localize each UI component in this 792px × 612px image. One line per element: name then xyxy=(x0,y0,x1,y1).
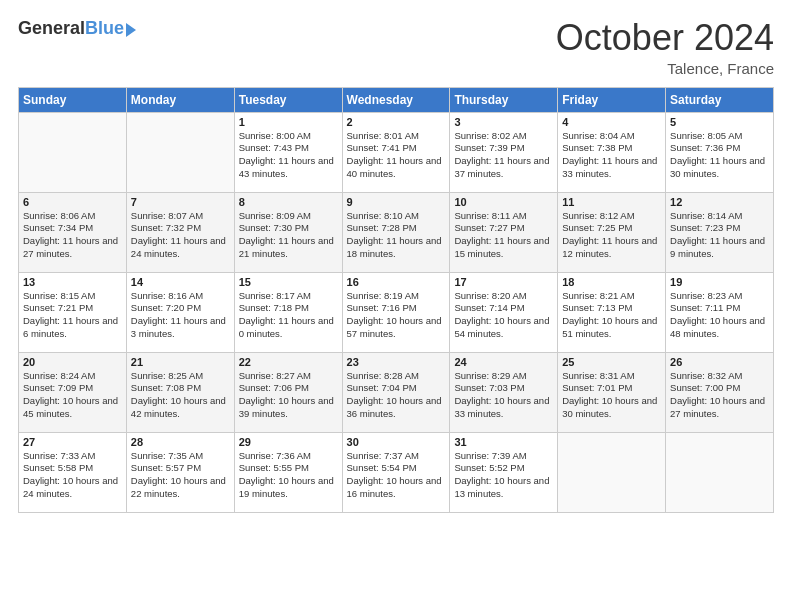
calendar-cell: 5Sunrise: 8:05 AM Sunset: 7:36 PM Daylig… xyxy=(666,112,774,192)
calendar-cell: 30Sunrise: 7:37 AM Sunset: 5:54 PM Dayli… xyxy=(342,432,450,512)
day-info: Sunrise: 8:09 AM Sunset: 7:30 PM Dayligh… xyxy=(239,210,338,261)
day-number: 8 xyxy=(239,196,338,208)
day-info: Sunrise: 8:06 AM Sunset: 7:34 PM Dayligh… xyxy=(23,210,122,261)
day-number: 14 xyxy=(131,276,230,288)
weekday-header-wednesday: Wednesday xyxy=(342,87,450,112)
calendar-week-row: 27Sunrise: 7:33 AM Sunset: 5:58 PM Dayli… xyxy=(19,432,774,512)
calendar-cell: 29Sunrise: 7:36 AM Sunset: 5:55 PM Dayli… xyxy=(234,432,342,512)
calendar-cell: 23Sunrise: 8:28 AM Sunset: 7:04 PM Dayli… xyxy=(342,352,450,432)
calendar-week-row: 20Sunrise: 8:24 AM Sunset: 7:09 PM Dayli… xyxy=(19,352,774,432)
day-info: Sunrise: 8:10 AM Sunset: 7:28 PM Dayligh… xyxy=(347,210,446,261)
calendar-cell xyxy=(126,112,234,192)
day-info: Sunrise: 8:21 AM Sunset: 7:13 PM Dayligh… xyxy=(562,290,661,341)
day-number: 5 xyxy=(670,116,769,128)
weekday-header-tuesday: Tuesday xyxy=(234,87,342,112)
calendar-cell: 14Sunrise: 8:16 AM Sunset: 7:20 PM Dayli… xyxy=(126,272,234,352)
day-number: 1 xyxy=(239,116,338,128)
calendar-cell: 22Sunrise: 8:27 AM Sunset: 7:06 PM Dayli… xyxy=(234,352,342,432)
day-number: 23 xyxy=(347,356,446,368)
weekday-header-monday: Monday xyxy=(126,87,234,112)
calendar-cell: 27Sunrise: 7:33 AM Sunset: 5:58 PM Dayli… xyxy=(19,432,127,512)
logo-arrow-icon xyxy=(126,23,136,37)
day-number: 30 xyxy=(347,436,446,448)
day-info: Sunrise: 8:16 AM Sunset: 7:20 PM Dayligh… xyxy=(131,290,230,341)
day-number: 25 xyxy=(562,356,661,368)
day-info: Sunrise: 8:02 AM Sunset: 7:39 PM Dayligh… xyxy=(454,130,553,181)
logo-blue-text: Blue xyxy=(85,18,124,39)
weekday-header-row: SundayMondayTuesdayWednesdayThursdayFrid… xyxy=(19,87,774,112)
day-info: Sunrise: 8:27 AM Sunset: 7:06 PM Dayligh… xyxy=(239,370,338,421)
day-info: Sunrise: 8:20 AM Sunset: 7:14 PM Dayligh… xyxy=(454,290,553,341)
calendar-cell xyxy=(558,432,666,512)
weekday-header-sunday: Sunday xyxy=(19,87,127,112)
day-info: Sunrise: 8:29 AM Sunset: 7:03 PM Dayligh… xyxy=(454,370,553,421)
day-number: 19 xyxy=(670,276,769,288)
day-info: Sunrise: 8:05 AM Sunset: 7:36 PM Dayligh… xyxy=(670,130,769,181)
calendar-cell: 24Sunrise: 8:29 AM Sunset: 7:03 PM Dayli… xyxy=(450,352,558,432)
day-info: Sunrise: 7:39 AM Sunset: 5:52 PM Dayligh… xyxy=(454,450,553,501)
weekday-header-saturday: Saturday xyxy=(666,87,774,112)
day-info: Sunrise: 8:15 AM Sunset: 7:21 PM Dayligh… xyxy=(23,290,122,341)
calendar-cell: 26Sunrise: 8:32 AM Sunset: 7:00 PM Dayli… xyxy=(666,352,774,432)
calendar-cell: 25Sunrise: 8:31 AM Sunset: 7:01 PM Dayli… xyxy=(558,352,666,432)
calendar-cell: 7Sunrise: 8:07 AM Sunset: 7:32 PM Daylig… xyxy=(126,192,234,272)
day-info: Sunrise: 8:19 AM Sunset: 7:16 PM Dayligh… xyxy=(347,290,446,341)
calendar-cell: 9Sunrise: 8:10 AM Sunset: 7:28 PM Daylig… xyxy=(342,192,450,272)
calendar-cell: 10Sunrise: 8:11 AM Sunset: 7:27 PM Dayli… xyxy=(450,192,558,272)
calendar-cell: 8Sunrise: 8:09 AM Sunset: 7:30 PM Daylig… xyxy=(234,192,342,272)
calendar-cell: 21Sunrise: 8:25 AM Sunset: 7:08 PM Dayli… xyxy=(126,352,234,432)
calendar-cell: 31Sunrise: 7:39 AM Sunset: 5:52 PM Dayli… xyxy=(450,432,558,512)
day-info: Sunrise: 8:04 AM Sunset: 7:38 PM Dayligh… xyxy=(562,130,661,181)
day-info: Sunrise: 7:37 AM Sunset: 5:54 PM Dayligh… xyxy=(347,450,446,501)
day-number: 9 xyxy=(347,196,446,208)
day-number: 24 xyxy=(454,356,553,368)
calendar-cell: 18Sunrise: 8:21 AM Sunset: 7:13 PM Dayli… xyxy=(558,272,666,352)
day-info: Sunrise: 8:31 AM Sunset: 7:01 PM Dayligh… xyxy=(562,370,661,421)
header: General Blue October 2024 Talence, Franc… xyxy=(18,18,774,77)
day-number: 31 xyxy=(454,436,553,448)
day-number: 22 xyxy=(239,356,338,368)
day-number: 3 xyxy=(454,116,553,128)
day-number: 17 xyxy=(454,276,553,288)
day-number: 6 xyxy=(23,196,122,208)
day-number: 11 xyxy=(562,196,661,208)
calendar-week-row: 6Sunrise: 8:06 AM Sunset: 7:34 PM Daylig… xyxy=(19,192,774,272)
day-number: 20 xyxy=(23,356,122,368)
calendar-week-row: 13Sunrise: 8:15 AM Sunset: 7:21 PM Dayli… xyxy=(19,272,774,352)
calendar-table: SundayMondayTuesdayWednesdayThursdayFrid… xyxy=(18,87,774,513)
calendar-cell: 1Sunrise: 8:00 AM Sunset: 7:43 PM Daylig… xyxy=(234,112,342,192)
day-number: 12 xyxy=(670,196,769,208)
calendar-cell: 15Sunrise: 8:17 AM Sunset: 7:18 PM Dayli… xyxy=(234,272,342,352)
calendar-cell: 3Sunrise: 8:02 AM Sunset: 7:39 PM Daylig… xyxy=(450,112,558,192)
day-number: 18 xyxy=(562,276,661,288)
day-info: Sunrise: 8:25 AM Sunset: 7:08 PM Dayligh… xyxy=(131,370,230,421)
logo: General Blue xyxy=(18,18,136,39)
day-info: Sunrise: 8:17 AM Sunset: 7:18 PM Dayligh… xyxy=(239,290,338,341)
day-info: Sunrise: 7:35 AM Sunset: 5:57 PM Dayligh… xyxy=(131,450,230,501)
day-number: 26 xyxy=(670,356,769,368)
calendar-cell: 17Sunrise: 8:20 AM Sunset: 7:14 PM Dayli… xyxy=(450,272,558,352)
calendar-cell xyxy=(19,112,127,192)
day-info: Sunrise: 8:32 AM Sunset: 7:00 PM Dayligh… xyxy=(670,370,769,421)
day-number: 29 xyxy=(239,436,338,448)
calendar-cell: 13Sunrise: 8:15 AM Sunset: 7:21 PM Dayli… xyxy=(19,272,127,352)
calendar-cell: 12Sunrise: 8:14 AM Sunset: 7:23 PM Dayli… xyxy=(666,192,774,272)
calendar-cell xyxy=(666,432,774,512)
calendar-cell: 6Sunrise: 8:06 AM Sunset: 7:34 PM Daylig… xyxy=(19,192,127,272)
calendar-cell: 16Sunrise: 8:19 AM Sunset: 7:16 PM Dayli… xyxy=(342,272,450,352)
day-number: 13 xyxy=(23,276,122,288)
day-info: Sunrise: 8:11 AM Sunset: 7:27 PM Dayligh… xyxy=(454,210,553,261)
day-number: 21 xyxy=(131,356,230,368)
calendar-week-row: 1Sunrise: 8:00 AM Sunset: 7:43 PM Daylig… xyxy=(19,112,774,192)
logo-general-text: General xyxy=(18,18,85,39)
day-number: 4 xyxy=(562,116,661,128)
day-info: Sunrise: 8:14 AM Sunset: 7:23 PM Dayligh… xyxy=(670,210,769,261)
calendar-cell: 19Sunrise: 8:23 AM Sunset: 7:11 PM Dayli… xyxy=(666,272,774,352)
day-number: 16 xyxy=(347,276,446,288)
day-number: 28 xyxy=(131,436,230,448)
day-info: Sunrise: 8:28 AM Sunset: 7:04 PM Dayligh… xyxy=(347,370,446,421)
day-info: Sunrise: 8:01 AM Sunset: 7:41 PM Dayligh… xyxy=(347,130,446,181)
calendar-cell: 2Sunrise: 8:01 AM Sunset: 7:41 PM Daylig… xyxy=(342,112,450,192)
day-number: 2 xyxy=(347,116,446,128)
page: General Blue October 2024 Talence, Franc… xyxy=(0,0,792,612)
